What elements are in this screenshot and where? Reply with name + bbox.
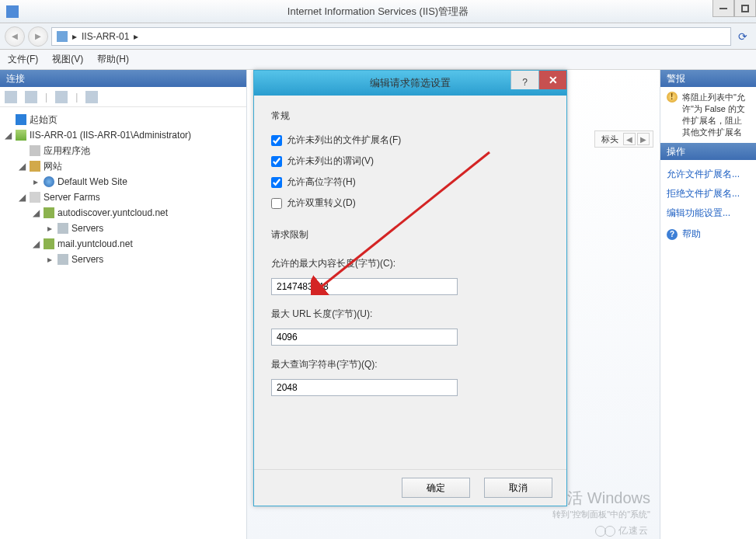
watermark-line2: 转到"控制面板"中的"系统" xyxy=(552,509,650,520)
center-toolstrip: 标头 ◀ ▶ xyxy=(594,130,653,148)
tree-default-site[interactable]: ▸Default Web Site xyxy=(3,174,243,190)
tree-app-pools[interactable]: 应用程序池 xyxy=(3,143,243,158)
warning-icon xyxy=(667,92,678,103)
checkbox-double-escape[interactable]: 允许双重转义(D) xyxy=(271,196,549,210)
toolbar-separator: | xyxy=(75,92,78,103)
checkbox-allow-ext[interactable]: 允许未列出的文件扩展名(F) xyxy=(271,134,549,147)
checkbox-allow-verb-input[interactable] xyxy=(271,156,282,167)
checkbox-allow-ext-input[interactable] xyxy=(271,135,282,146)
toolstrip-prev[interactable]: ◀ xyxy=(623,133,636,145)
breadcrumb[interactable]: ▸ IIS-ARR-01 ▸ xyxy=(51,27,731,46)
menu-view[interactable]: 视图(V) xyxy=(52,53,83,66)
input-max-content[interactable] xyxy=(271,278,458,295)
tree-farm-autodiscover[interactable]: ◢autodiscover.yuntcloud.net xyxy=(3,205,243,221)
toolbar-separator: | xyxy=(45,92,47,103)
breadcrumb-text: IIS-ARR-01 xyxy=(82,31,129,42)
connections-title: 连接 xyxy=(0,70,246,87)
actions-title: 操作 xyxy=(660,143,756,160)
tree-servers[interactable]: ▸Servers xyxy=(3,252,243,267)
dialog-body: 常规 允许未列出的文件扩展名(F) 允许未列出的谓词(V) 允许高位字符(H) … xyxy=(254,96,566,469)
refresh-button[interactable]: ⟳ xyxy=(734,28,751,45)
alert-row: 将阻止列表中"允许"为 False 的文件扩展名，阻止其他文件扩展名 xyxy=(667,92,750,138)
toolbar-icon[interactable] xyxy=(85,91,98,103)
ok-button[interactable]: 确定 xyxy=(402,478,470,498)
alerts-pane: 警报 将阻止列表中"允许"为 False 的文件扩展名，阻止其他文件扩展名 xyxy=(660,70,756,143)
actions-pane: 操作 允许文件扩展名... 拒绝文件扩展名... 编辑功能设置... ? 帮助 xyxy=(660,143,756,539)
edit-request-filtering-dialog: 编辑请求筛选设置 ? ✕ 常规 允许未列出的文件扩展名(F) 允许未列出的谓词(… xyxy=(253,70,567,506)
action-help[interactable]: ? 帮助 xyxy=(667,223,750,241)
tree-sites[interactable]: ◢网站 xyxy=(3,158,243,174)
toolstrip-label: 标头 xyxy=(598,134,622,145)
tree-servers[interactable]: ▸Servers xyxy=(3,221,243,236)
label-max-url: 最大 URL 长度(字节)(U): xyxy=(271,308,549,321)
tree-start-page[interactable]: 起始页 xyxy=(3,112,243,127)
checkbox-allow-verb[interactable]: 允许未列出的谓词(V) xyxy=(271,155,549,168)
cancel-button[interactable]: 取消 xyxy=(484,478,552,498)
minimize-button[interactable] xyxy=(712,0,734,17)
alert-text: 将阻止列表中"允许"为 False 的文件扩展名，阻止其他文件扩展名 xyxy=(682,92,750,138)
connections-pane: 连接 | | 起始页 ◢IIS-ARR-01 (IIS-ARR-01\Admin… xyxy=(0,70,247,539)
app-icon xyxy=(6,5,19,18)
toolstrip-next[interactable]: ▶ xyxy=(637,133,650,145)
tree-server-farms[interactable]: ◢Server Farms xyxy=(3,190,243,205)
nav-back-button[interactable]: ◄ xyxy=(5,26,25,47)
connections-toolbar: | | xyxy=(0,87,246,107)
nav-row: ◄ ► ▸ IIS-ARR-01 ▸ ⟳ xyxy=(0,23,756,50)
action-deny-ext[interactable]: 拒绝文件扩展名... xyxy=(667,184,750,203)
help-icon: ? xyxy=(667,229,678,240)
dialog-help-button[interactable]: ? xyxy=(510,71,538,89)
group-general: 常规 xyxy=(271,110,549,123)
dialog-close-button[interactable]: ✕ xyxy=(538,71,566,89)
window-title: Internet Information Services (IIS)管理器 xyxy=(287,5,469,19)
brand-logo: 亿速云 xyxy=(595,524,649,537)
menu-help[interactable]: 帮助(H) xyxy=(97,53,129,66)
action-edit-feature[interactable]: 编辑功能设置... xyxy=(667,203,750,223)
alerts-title: 警报 xyxy=(660,70,756,87)
action-allow-ext[interactable]: 允许文件扩展名... xyxy=(667,165,750,184)
dialog-title: 编辑请求筛选设置 xyxy=(370,76,451,90)
breadcrumb-separator: ▸ xyxy=(134,31,138,42)
toolbar-icon[interactable] xyxy=(25,91,37,103)
breadcrumb-icon xyxy=(57,31,68,42)
nav-forward-button[interactable]: ► xyxy=(28,26,48,47)
brand-text: 亿速云 xyxy=(618,524,649,537)
checkbox-double-escape-input[interactable] xyxy=(271,198,282,209)
input-max-query[interactable] xyxy=(271,379,458,396)
right-panes: 警报 将阻止列表中"允许"为 False 的文件扩展名，阻止其他文件扩展名 操作… xyxy=(660,70,756,539)
group-limits: 请求限制 xyxy=(271,228,549,242)
toolbar-icon[interactable] xyxy=(5,91,17,103)
label-max-content: 允许的最大内容长度(字节)(C): xyxy=(271,257,549,270)
titlebar: Internet Information Services (IIS)管理器 xyxy=(0,0,756,23)
tree-farm-mail[interactable]: ◢mail.yuntcloud.net xyxy=(3,236,243,252)
dialog-button-row: 确定 取消 xyxy=(254,469,566,506)
menu-bar: 文件(F) 视图(V) 帮助(H) xyxy=(0,50,756,70)
checkbox-highbit[interactable]: 允许高位字符(H) xyxy=(271,176,549,189)
input-max-url[interactable] xyxy=(271,329,458,346)
tree-server[interactable]: ◢IIS-ARR-01 (IIS-ARR-01\Administrator) xyxy=(3,127,243,143)
label-max-query: 最大查询字符串(字节)(Q): xyxy=(271,358,549,371)
menu-file[interactable]: 文件(F) xyxy=(8,53,38,66)
dialog-titlebar: 编辑请求筛选设置 ? ✕ xyxy=(254,71,566,96)
connections-tree: 起始页 ◢IIS-ARR-01 (IIS-ARR-01\Administrato… xyxy=(0,107,246,539)
checkbox-highbit-input[interactable] xyxy=(271,177,282,188)
help-label: 帮助 xyxy=(682,228,701,241)
breadcrumb-separator: ▸ xyxy=(72,31,77,42)
toolbar-icon[interactable] xyxy=(55,91,68,103)
maximize-button[interactable] xyxy=(734,0,756,17)
window-buttons xyxy=(712,0,756,17)
